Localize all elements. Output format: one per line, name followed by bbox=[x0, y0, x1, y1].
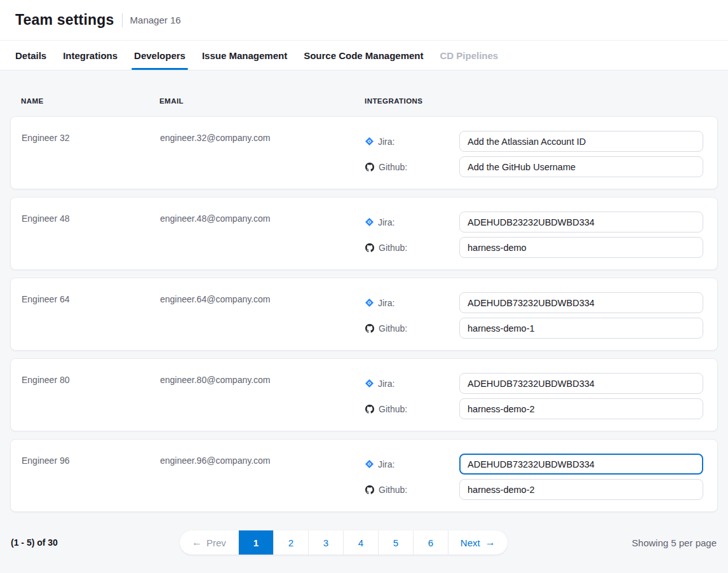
github-username-input[interactable] bbox=[459, 398, 703, 419]
jira-label: Jira: bbox=[365, 137, 459, 147]
github-label: Github: bbox=[365, 404, 459, 414]
table-row: Engineer 48 engineer.48@company.com Jira… bbox=[10, 197, 718, 270]
jira-line: Jira: bbox=[365, 373, 707, 394]
developer-name: Engineer 64 bbox=[22, 292, 160, 339]
column-header-integrations: INTEGRATIONS bbox=[365, 97, 718, 105]
developer-name: Engineer 96 bbox=[22, 454, 160, 500]
github-label: Github: bbox=[365, 162, 459, 172]
jira-account-id-input[interactable] bbox=[459, 212, 703, 233]
jira-label: Jira: bbox=[365, 217, 459, 227]
tab-details[interactable]: Details bbox=[15, 41, 46, 70]
active-tab-underline bbox=[131, 68, 188, 70]
developer-name: Engineer 80 bbox=[22, 373, 160, 419]
page-header: Team settings Manager 16 bbox=[0, 0, 728, 40]
jira-icon bbox=[365, 379, 374, 388]
github-username-input[interactable] bbox=[459, 156, 703, 177]
jira-account-id-input[interactable] bbox=[459, 292, 703, 313]
jira-label: Jira: bbox=[365, 379, 459, 389]
jira-account-id-input[interactable] bbox=[459, 373, 703, 394]
github-icon bbox=[365, 243, 374, 252]
jira-line: Jira: bbox=[365, 212, 707, 233]
github-label: Github: bbox=[365, 323, 459, 334]
page-button-2[interactable]: 2 bbox=[274, 530, 308, 555]
pagination-bar: (1 - 5) of 30 ← Prev 1 2 3 4 5 6 Next → … bbox=[10, 530, 718, 555]
pager: ← Prev 1 2 3 4 5 6 Next → bbox=[180, 530, 508, 555]
next-page-button[interactable]: Next → bbox=[448, 530, 508, 555]
developer-email: engineer.96@company.com bbox=[160, 454, 365, 500]
page-button-5[interactable]: 5 bbox=[379, 530, 413, 555]
table-row: Engineer 64 engineer.64@company.com Jira… bbox=[10, 278, 718, 351]
github-line: Github: bbox=[365, 318, 707, 339]
developer-name: Engineer 48 bbox=[22, 212, 160, 258]
jira-icon bbox=[365, 137, 374, 145]
developer-name: Engineer 32 bbox=[22, 131, 160, 177]
jira-account-id-input[interactable] bbox=[459, 454, 703, 475]
developer-email: engineer.32@company.com bbox=[160, 131, 365, 177]
tab-cd-pipelines: CD Pipelines bbox=[440, 41, 499, 70]
integrations-cell: Jira: Github: bbox=[365, 292, 707, 339]
integrations-cell: Jira: Github: bbox=[365, 373, 707, 419]
jira-line: Jira: bbox=[365, 131, 707, 152]
tab-developers[interactable]: Developers bbox=[134, 41, 185, 70]
page-title: Team settings bbox=[15, 11, 114, 29]
per-page-label: Showing 5 per page bbox=[632, 537, 718, 548]
pagination-range-label: (1 - 5) of 30 bbox=[10, 537, 58, 548]
developer-email: engineer.80@company.com bbox=[160, 373, 365, 419]
page-button-6[interactable]: 6 bbox=[414, 530, 448, 555]
next-arrow-icon: → bbox=[485, 537, 495, 548]
jira-icon bbox=[365, 299, 374, 307]
table-row: Engineer 80 engineer.80@company.com Jira… bbox=[10, 358, 718, 431]
tab-issue-management[interactable]: Issue Management bbox=[202, 41, 287, 70]
github-icon bbox=[365, 163, 374, 172]
jira-icon bbox=[365, 218, 374, 226]
github-label: Github: bbox=[365, 243, 459, 253]
github-line: Github: bbox=[365, 398, 707, 419]
tab-integrations[interactable]: Integrations bbox=[63, 41, 118, 70]
jira-label: Jira: bbox=[365, 459, 459, 469]
integrations-cell: Jira: Github: bbox=[365, 131, 707, 177]
page-button-1[interactable]: 1 bbox=[239, 530, 273, 555]
jira-label: Jira: bbox=[365, 298, 459, 308]
table-rows: Engineer 32 engineer.32@company.com Jira… bbox=[10, 116, 718, 512]
column-header-email: EMAIL bbox=[159, 97, 365, 105]
jira-line: Jira: bbox=[365, 454, 707, 475]
table-row: Engineer 96 engineer.96@company.com Jira… bbox=[10, 439, 718, 512]
github-icon bbox=[365, 324, 374, 333]
github-username-input[interactable] bbox=[459, 237, 703, 258]
developers-table: NAME EMAIL INTEGRATIONS Engineer 32 engi… bbox=[0, 71, 728, 555]
github-username-input[interactable] bbox=[459, 318, 703, 339]
tabbar: Details Integrations Developers Issue Ma… bbox=[0, 40, 728, 71]
page-button-4[interactable]: 4 bbox=[344, 530, 378, 555]
jira-icon bbox=[365, 460, 374, 468]
github-line: Github: bbox=[365, 237, 707, 258]
page-button-3[interactable]: 3 bbox=[309, 530, 343, 555]
github-line: Github: bbox=[365, 156, 707, 177]
jira-account-id-input[interactable] bbox=[459, 131, 703, 152]
table-column-headers: NAME EMAIL INTEGRATIONS bbox=[10, 71, 718, 116]
prev-page-button[interactable]: ← Prev bbox=[180, 530, 238, 555]
github-icon bbox=[365, 485, 374, 494]
page-subtitle: Manager 16 bbox=[130, 15, 181, 25]
developer-email: engineer.64@company.com bbox=[160, 292, 365, 339]
tab-source-code-management[interactable]: Source Code Management bbox=[304, 41, 423, 70]
prev-arrow-icon: ← bbox=[192, 537, 202, 548]
table-row: Engineer 32 engineer.32@company.com Jira… bbox=[10, 116, 718, 189]
column-header-name: NAME bbox=[21, 97, 159, 105]
jira-line: Jira: bbox=[365, 292, 707, 313]
integrations-cell: Jira: Github: bbox=[365, 454, 707, 500]
github-icon bbox=[365, 405, 374, 414]
title-divider bbox=[122, 13, 123, 27]
github-username-input[interactable] bbox=[459, 479, 703, 500]
github-line: Github: bbox=[365, 479, 707, 500]
integrations-cell: Jira: Github: bbox=[365, 212, 707, 258]
developer-email: engineer.48@company.com bbox=[160, 212, 365, 258]
github-label: Github: bbox=[365, 485, 459, 495]
